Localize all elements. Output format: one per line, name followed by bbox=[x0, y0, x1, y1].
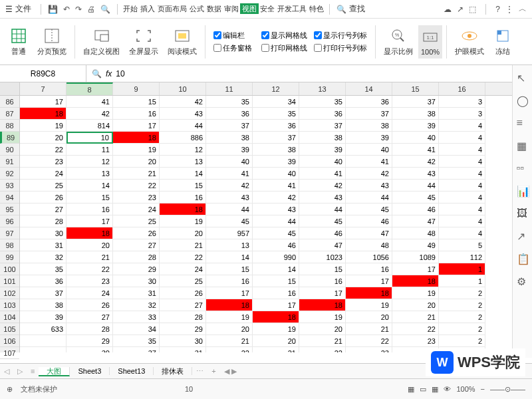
cell[interactable]: 45 bbox=[392, 192, 439, 203]
cell[interactable]: 17 bbox=[206, 287, 253, 299]
cell[interactable]: 4 bbox=[439, 168, 485, 180]
cell[interactable]: 34 bbox=[253, 96, 299, 108]
cell[interactable]: 16 bbox=[66, 203, 113, 215]
cell[interactable]: 40 bbox=[206, 156, 253, 168]
cell[interactable]: 18 bbox=[206, 299, 253, 311]
col-header[interactable]: 14 bbox=[346, 82, 392, 95]
cell[interactable]: 22 bbox=[392, 323, 439, 335]
cell[interactable]: 2 bbox=[439, 311, 485, 323]
cell[interactable]: 44 bbox=[299, 203, 346, 215]
task-pane-checkbox[interactable]: 任务窗格 bbox=[213, 43, 252, 53]
fullscreen-button[interactable]: 全屏显示 bbox=[125, 27, 162, 57]
cell[interactable]: 22 bbox=[206, 347, 253, 352]
formula-input[interactable] bbox=[116, 69, 527, 78]
row-header[interactable]: 100 bbox=[0, 263, 19, 275]
cell[interactable]: 36 bbox=[206, 108, 253, 120]
cell[interactable]: 12 bbox=[160, 144, 206, 156]
cell[interactable]: 17 bbox=[346, 275, 392, 287]
cell[interactable]: 112 bbox=[439, 251, 485, 263]
cell[interactable]: 39 bbox=[346, 132, 392, 144]
row-header[interactable]: 105 bbox=[0, 323, 19, 335]
cell[interactable]: 43 bbox=[299, 192, 346, 203]
cell[interactable]: 39 bbox=[20, 311, 66, 323]
cell[interactable]: 19 bbox=[160, 215, 206, 227]
cell[interactable]: 4 bbox=[439, 156, 485, 168]
cell[interactable]: 22 bbox=[160, 251, 206, 263]
cell[interactable]: 28 bbox=[66, 323, 113, 335]
cell[interactable]: 20 bbox=[20, 132, 66, 144]
cell[interactable]: 24 bbox=[66, 287, 113, 299]
cell[interactable]: 47 bbox=[392, 215, 439, 227]
cell[interactable]: 23 bbox=[66, 275, 113, 287]
cell[interactable]: 39 bbox=[206, 144, 253, 156]
cell[interactable]: 26 bbox=[20, 192, 66, 203]
more-icon[interactable]: ⋮ bbox=[505, 5, 513, 14]
cell[interactable]: 17 bbox=[20, 96, 66, 108]
cell[interactable]: 38 bbox=[206, 132, 253, 144]
cell[interactable]: 20 bbox=[392, 299, 439, 311]
menu-tab-9[interactable]: 特色 bbox=[308, 3, 325, 14]
cell[interactable]: 19 bbox=[392, 287, 439, 299]
print-icon[interactable]: 🖨 bbox=[87, 5, 95, 14]
cell[interactable]: 43 bbox=[392, 168, 439, 180]
cell[interactable]: 16 bbox=[299, 275, 346, 287]
view-normal-icon[interactable]: ▦ bbox=[408, 385, 414, 394]
menu-tab-4[interactable]: 数据 bbox=[205, 3, 223, 14]
collapse-icon[interactable]: ︿ bbox=[519, 3, 527, 15]
cell[interactable]: 16 bbox=[253, 287, 299, 299]
cell[interactable]: 990 bbox=[253, 251, 299, 263]
cell[interactable]: 35 bbox=[20, 263, 66, 275]
cell[interactable]: 14 bbox=[253, 263, 299, 275]
zoom-slider[interactable]: ——⊙—— bbox=[490, 385, 525, 394]
cell[interactable]: 18 bbox=[66, 227, 113, 239]
cell[interactable]: 45 bbox=[206, 215, 253, 227]
cell[interactable]: 22 bbox=[20, 144, 66, 156]
eye-status-icon[interactable]: 👁 bbox=[444, 385, 451, 393]
row-header[interactable]: 95 bbox=[0, 203, 19, 215]
cell[interactable]: 2 bbox=[439, 287, 485, 299]
gear-icon[interactable]: ⚙ bbox=[517, 275, 529, 287]
cell[interactable]: 27 bbox=[66, 311, 113, 323]
clipboard-icon[interactable]: 📋 bbox=[517, 253, 529, 265]
cell[interactable]: 14 bbox=[160, 168, 206, 180]
col-header[interactable]: 8 bbox=[66, 82, 113, 95]
zoom-button[interactable]: % 显示比例 bbox=[380, 27, 417, 57]
cell[interactable]: 38 bbox=[20, 299, 66, 311]
col-header[interactable]: 9 bbox=[113, 82, 160, 95]
cell[interactable]: 19 bbox=[299, 311, 346, 323]
cell[interactable]: 15 bbox=[160, 180, 206, 192]
prev-sheet-button[interactable]: ◁ bbox=[0, 367, 13, 376]
search-label[interactable]: 查找 bbox=[349, 3, 365, 15]
chart-icon[interactable]: 📊 bbox=[517, 185, 529, 197]
sheet-tab[interactable]: 排休表 bbox=[154, 367, 192, 375]
cell[interactable]: 3 bbox=[439, 96, 485, 108]
cell[interactable]: 18 bbox=[346, 287, 392, 299]
redo-icon[interactable]: ↷ bbox=[75, 5, 82, 14]
cell[interactable]: 36 bbox=[346, 96, 392, 108]
more-sheets-icon[interactable]: ⋯ bbox=[192, 367, 207, 376]
menu-tab-6[interactable]: 视图 bbox=[240, 3, 259, 14]
cell[interactable]: 37 bbox=[113, 347, 160, 352]
cell[interactable]: 15 bbox=[113, 96, 160, 108]
view-normal-button[interactable]: 普通 bbox=[5, 27, 32, 57]
menu-tab-7[interactable]: 安全 bbox=[259, 3, 276, 14]
reading-mode-button[interactable]: 阅读模式 bbox=[164, 27, 201, 57]
cell[interactable]: 48 bbox=[392, 227, 439, 239]
print-headers-checkbox[interactable]: 打印行号列标 bbox=[314, 43, 367, 53]
cell[interactable]: 23 bbox=[346, 347, 392, 352]
cell[interactable]: 20 bbox=[206, 323, 253, 335]
cell[interactable]: 44 bbox=[206, 203, 253, 215]
row-header[interactable]: 107 bbox=[0, 347, 19, 359]
cell[interactable]: 23 bbox=[392, 335, 439, 347]
cell[interactable] bbox=[20, 335, 66, 347]
cell[interactable]: 18 bbox=[299, 299, 346, 311]
cell[interactable]: 20 bbox=[299, 323, 346, 335]
cell[interactable]: 44 bbox=[160, 120, 206, 132]
cell[interactable]: 28 bbox=[160, 311, 206, 323]
cells-area[interactable]: 1741154235343536373184216433635363738319… bbox=[20, 96, 532, 352]
cell[interactable]: 46 bbox=[253, 239, 299, 251]
cell[interactable]: 3 bbox=[439, 108, 485, 120]
row-header[interactable]: 87 bbox=[0, 108, 19, 120]
cell[interactable]: 15 bbox=[299, 263, 346, 275]
row-header[interactable]: 90 bbox=[0, 144, 19, 156]
